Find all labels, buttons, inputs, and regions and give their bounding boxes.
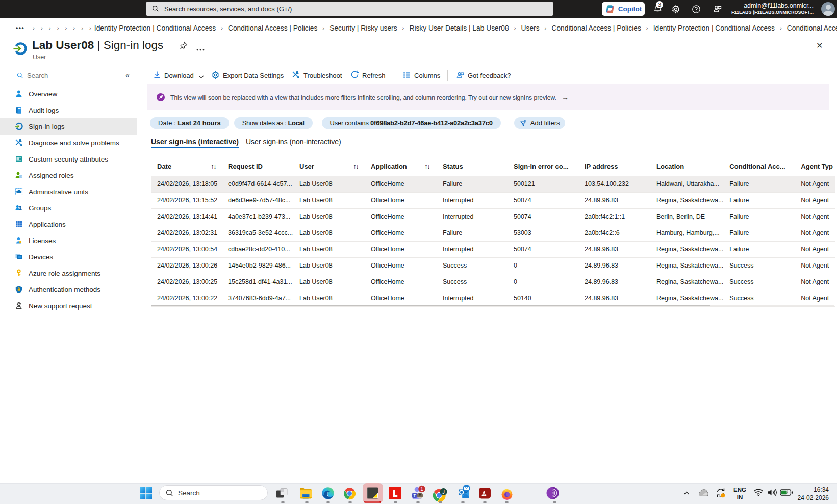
- svg-text:1: 1: [420, 486, 423, 492]
- svg-text:J: J: [442, 489, 445, 495]
- svg-text:T: T: [413, 493, 416, 498]
